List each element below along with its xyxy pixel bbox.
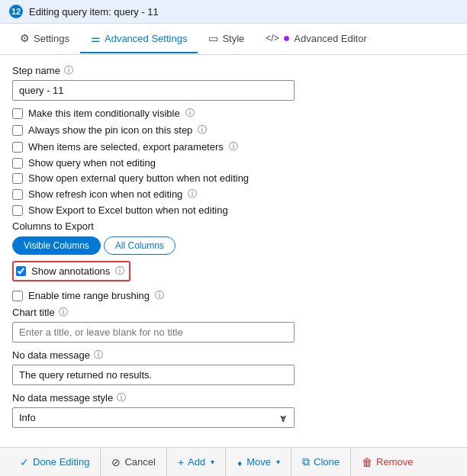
- bottom-bar: ✓ Done Editing ⊘ Cancel + Add ▾ ⬧ Move ▾…: [0, 447, 467, 476]
- remove-icon: 🗑: [362, 456, 372, 468]
- advanced-editor-dot: ●: [283, 31, 291, 45]
- code-icon: </>: [266, 33, 279, 43]
- style-icon: ▭: [208, 32, 218, 44]
- checkbox-refresh-icon[interactable]: Show refresh icon when not editing ⓘ: [12, 188, 455, 201]
- chart-title-group: Chart title ⓘ: [12, 306, 455, 343]
- no-data-style-group: No data message style ⓘ Info Warning Err…: [12, 391, 455, 428]
- tab-style[interactable]: ▭ Style: [198, 24, 255, 53]
- info-icon-export-params[interactable]: ⓘ: [229, 140, 238, 153]
- settings-icon: ⚙: [20, 32, 30, 44]
- checkbox-open-external[interactable]: Show open external query button when not…: [12, 172, 455, 184]
- done-editing-action[interactable]: ✓ Done Editing: [9, 448, 101, 476]
- clone-icon: ⧉: [302, 455, 310, 468]
- tab-advanced-editor[interactable]: </> ● Advanced Editor: [255, 24, 377, 54]
- done-icon: ✓: [20, 456, 29, 468]
- checkbox-export-excel[interactable]: Show Export to Excel button when not edi…: [12, 204, 455, 216]
- info-icon-conditionally-visible[interactable]: ⓘ: [185, 107, 195, 120]
- chart-title-label: Chart title: [12, 307, 55, 318]
- page-title: Editing query item: query - 11: [29, 6, 159, 18]
- info-icon-no-data-message[interactable]: ⓘ: [94, 349, 103, 362]
- checkbox-export-params[interactable]: When items are selected, export paramete…: [12, 140, 455, 153]
- move-dropdown-icon: ▾: [276, 458, 280, 466]
- checkbox-show-query[interactable]: Show query when not editing: [12, 157, 455, 169]
- columns-to-export-label: Columns to Export: [12, 220, 455, 232]
- visible-columns-btn[interactable]: Visible Columns: [12, 236, 101, 255]
- add-dropdown-icon: ▾: [211, 458, 214, 466]
- info-icon-refresh-icon[interactable]: ⓘ: [188, 188, 197, 201]
- no-data-message-group: No data message ⓘ: [12, 349, 455, 385]
- all-columns-btn[interactable]: All Columns: [104, 236, 176, 255]
- checkbox-annotations[interactable]: Show annotations ⓘ: [12, 261, 130, 281]
- info-icon-chart-title[interactable]: ⓘ: [59, 306, 68, 319]
- chart-title-input[interactable]: [12, 322, 295, 343]
- checkbox-pin-icon[interactable]: Always show the pin icon on this step ⓘ: [12, 124, 455, 137]
- move-action[interactable]: ⬧ Move ▾: [226, 448, 291, 476]
- tab-settings[interactable]: ⚙ Settings: [9, 24, 80, 53]
- remove-action[interactable]: 🗑 Remove: [351, 448, 424, 476]
- clone-action[interactable]: ⧉ Clone: [291, 448, 351, 476]
- no-data-style-label: No data message style: [12, 392, 113, 404]
- checkbox-conditionally-visible[interactable]: Make this item conditionally visible ⓘ: [12, 107, 455, 120]
- cancel-action[interactable]: ⊘ Cancel: [101, 448, 166, 476]
- nav-tabs: ⚙ Settings ⚌ Advanced Settings ▭ Style <…: [0, 24, 467, 55]
- no-data-message-input[interactable]: [12, 365, 295, 385]
- add-icon: +: [178, 456, 184, 468]
- cancel-icon: ⊘: [111, 456, 121, 468]
- move-icon: ⬧: [237, 456, 243, 468]
- checkbox-time-brushing[interactable]: Enable time range brushing ⓘ: [12, 289, 455, 302]
- title-bar: 12 Editing query item: query - 11: [0, 0, 467, 24]
- info-icon-no-data-style[interactable]: ⓘ: [117, 391, 126, 404]
- annotations-highlighted-row: Show annotations ⓘ: [12, 261, 455, 285]
- info-icon-annotations[interactable]: ⓘ: [115, 265, 124, 278]
- toggle-group: Visible Columns All Columns: [12, 236, 455, 255]
- content-area: Step name ⓘ Make this item conditionally…: [0, 55, 467, 451]
- tab-advanced-settings[interactable]: ⚌ Advanced Settings: [80, 24, 198, 53]
- columns-to-export: Columns to Export Visible Columns All Co…: [12, 220, 455, 255]
- no-data-message-label: No data message: [12, 349, 90, 361]
- add-action[interactable]: + Add ▾: [167, 448, 226, 476]
- no-data-style-select[interactable]: Info Warning Error: [12, 407, 295, 428]
- step-name-info-icon[interactable]: ⓘ: [64, 64, 73, 77]
- info-icon-pin-icon[interactable]: ⓘ: [198, 124, 207, 137]
- title-icon: 12: [9, 5, 23, 18]
- step-name-group: Step name ⓘ: [12, 64, 455, 101]
- step-name-input[interactable]: [12, 80, 295, 101]
- advanced-settings-icon: ⚌: [91, 32, 101, 44]
- info-icon-time-brushing[interactable]: ⓘ: [155, 289, 164, 302]
- step-name-label: Step name: [12, 65, 60, 76]
